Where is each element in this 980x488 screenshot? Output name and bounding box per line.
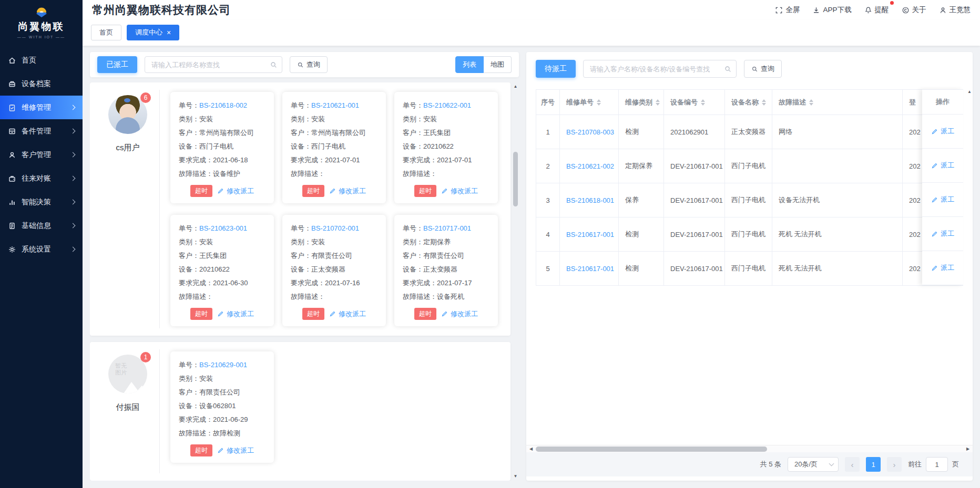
pen-icon	[931, 196, 938, 203]
modify-dispatch-link[interactable]: 修改派工	[329, 309, 366, 319]
prev-page-button[interactable]: ‹	[845, 457, 860, 472]
sort-icon[interactable]	[701, 99, 705, 106]
dispatch-link[interactable]: 派工	[931, 161, 954, 170]
modify-dispatch-link[interactable]: 修改派工	[217, 446, 254, 455]
topbar-action-5[interactable]: 王竟慧	[939, 5, 971, 15]
table-row[interactable]: 3BS-210618-001保养DEV-210617-001西门子电机设备无法开…	[536, 183, 963, 217]
order-no-link[interactable]: BS-210629-001	[199, 361, 247, 369]
view-map-button[interactable]: 地图	[484, 56, 512, 73]
cell-device-no: DEV-210617-001	[664, 252, 725, 285]
scroll-right-icon[interactable]: ▶	[964, 445, 972, 452]
repair-no-link[interactable]: BS-210617-001	[566, 265, 614, 273]
sidebar-item-5[interactable]: 客户管理	[0, 143, 83, 167]
topbar-action-3[interactable]: 提醒	[864, 5, 889, 15]
engineer-search-input[interactable]	[145, 56, 282, 73]
sort-icon[interactable]	[809, 99, 813, 106]
scroll-left-icon[interactable]: ◀	[527, 445, 535, 452]
sidebar-item-8[interactable]: 基础信息	[0, 214, 83, 237]
sidebar-item-4[interactable]: 备件管理	[0, 119, 83, 143]
scroll-up-icon[interactable]: ▲	[512, 84, 519, 90]
column-header[interactable]: 设备名称	[725, 90, 772, 115]
pen-icon	[217, 310, 224, 317]
sort-icon[interactable]	[762, 99, 766, 106]
scroll-down-icon[interactable]: ▼	[512, 473, 519, 480]
sort-icon[interactable]	[656, 99, 660, 106]
table-scroll-up-icon[interactable]: ▲	[967, 89, 972, 94]
pending-filter-button[interactable]: 待派工	[536, 60, 576, 78]
repair-no-link[interactable]: BS-210617-001	[566, 231, 614, 238]
column-header[interactable]: 维修单号	[560, 90, 619, 115]
modify-dispatch-link[interactable]: 修改派工	[217, 186, 254, 196]
modify-dispatch-link[interactable]: 修改派工	[441, 186, 478, 196]
table-row[interactable]: 1BS-210708-003检测2021062901正太变频器网络202	[536, 115, 963, 149]
user-icon	[939, 6, 947, 14]
sidebar-item-2[interactable]: 设备档案	[0, 72, 83, 96]
topbar-action-4[interactable]: 关于	[902, 5, 926, 15]
order-no-link[interactable]: BS-210618-002	[199, 101, 247, 109]
field-label: 故障描述：	[291, 293, 325, 300]
topbar-action-2[interactable]: APP下载	[812, 5, 851, 15]
page-size-select[interactable]: 20条/页	[788, 457, 839, 472]
chevron-right-icon	[70, 223, 76, 229]
tab-2[interactable]: 调度中心×	[127, 25, 179, 40]
sidebar-item-9[interactable]: 系统设置	[0, 237, 83, 261]
current-page-button[interactable]: 1	[866, 457, 881, 472]
dispatch-link[interactable]: 派工	[931, 195, 954, 204]
dispatch-link[interactable]: 派工	[931, 127, 954, 136]
no-image-placeholder-text: 暂无图片	[115, 362, 127, 376]
pending-search-input[interactable]	[583, 60, 737, 78]
order-card: 单号：BS-210717-001类别：定期保养客户：有限责任公司设备：正太变频器…	[394, 215, 498, 326]
column-header[interactable]: 故障描述	[772, 90, 903, 115]
order-category: 安装	[199, 375, 213, 382]
sort-icon[interactable]	[597, 99, 601, 106]
pending-query-button[interactable]: 查询	[744, 60, 782, 78]
sidebar-item-1[interactable]: 首页	[0, 48, 83, 72]
order-no-link[interactable]: BS-210621-001	[311, 101, 359, 109]
table-row[interactable]: 4BS-210617-001检测DEV-210617-001西门子电机死机 无法…	[536, 217, 963, 252]
repair-no-link[interactable]: BS-210618-001	[566, 196, 614, 204]
page-size-value: 20条/页	[794, 460, 818, 469]
scrollbar-thumb[interactable]	[513, 152, 518, 206]
repair-no-link[interactable]: BS-210708-003	[566, 128, 614, 136]
modify-dispatch-link[interactable]: 修改派工	[217, 309, 254, 319]
left-panel-scrollbar[interactable]: ▲ ▼	[512, 84, 519, 480]
modify-dispatch-link[interactable]: 修改派工	[329, 186, 366, 196]
goto-page: 前往 页	[908, 457, 959, 472]
field-label: 要求完成：	[291, 279, 325, 287]
sidebar-item-3[interactable]: 维修管理	[0, 96, 83, 119]
column-header[interactable]: 维修类别	[619, 90, 664, 115]
field-label: 设备：	[403, 142, 423, 150]
topbar-action-1[interactable]: 全屏	[775, 5, 800, 15]
fullscreen-icon	[775, 6, 783, 14]
app-root: 尚翼物联 —— WITH IOT —— 首页设备档案维修管理备件管理客户管理往来…	[0, 0, 980, 488]
sidebar-item-6[interactable]: 往来对账	[0, 167, 83, 190]
cell-fault: 网络	[772, 115, 903, 149]
sidebar-item-7[interactable]: 智能决策	[0, 190, 83, 214]
order-no-link[interactable]: BS-210623-001	[199, 224, 247, 232]
table-row[interactable]: 2BS-210621-002定期保养DEV-210617-001西门子电机202	[536, 149, 963, 183]
view-list-button[interactable]: 列表	[455, 56, 484, 73]
scrollbar-thumb[interactable]	[536, 447, 767, 452]
repair-no-link[interactable]: BS-210621-002	[566, 162, 614, 170]
field-label: 设备：	[291, 265, 311, 273]
dispatch-link[interactable]: 派工	[931, 263, 954, 273]
modify-dispatch-link[interactable]: 修改派工	[441, 309, 478, 319]
order-no-link[interactable]: BS-210702-001	[311, 224, 359, 232]
engineer-group: 6cs用户单号：BS-210618-002类别：安装客户：常州尚瑞有限公司设备：…	[90, 82, 511, 336]
engineer-group: 暂无图片1付振国单号：BS-210629-001类别：安装客户：有限责任公司设备…	[90, 342, 511, 481]
table-horizontal-scrollbar[interactable]: ◀ ▶	[526, 445, 973, 452]
dispatch-link[interactable]: 派工	[931, 229, 954, 238]
next-page-button[interactable]: ›	[887, 457, 902, 472]
goto-page-input[interactable]	[926, 457, 948, 472]
order-category: 安装	[199, 115, 213, 123]
dispatched-filter-button[interactable]: 已派工	[97, 56, 137, 73]
order-no-link[interactable]: BS-210622-001	[423, 101, 471, 109]
cell-index: 5	[536, 252, 560, 285]
column-header[interactable]: 设备编号	[664, 90, 725, 115]
order-no-link[interactable]: BS-210717-001	[423, 224, 471, 232]
cell-category: 定期保养	[619, 149, 664, 183]
table-row[interactable]: 5BS-210617-001检测DEV-210617-001西门子电机死机 无法…	[536, 252, 963, 286]
tab-1[interactable]: 首页	[91, 25, 121, 40]
tab-close-icon[interactable]: ×	[167, 29, 171, 36]
dispatched-query-button[interactable]: 查询	[290, 56, 328, 73]
